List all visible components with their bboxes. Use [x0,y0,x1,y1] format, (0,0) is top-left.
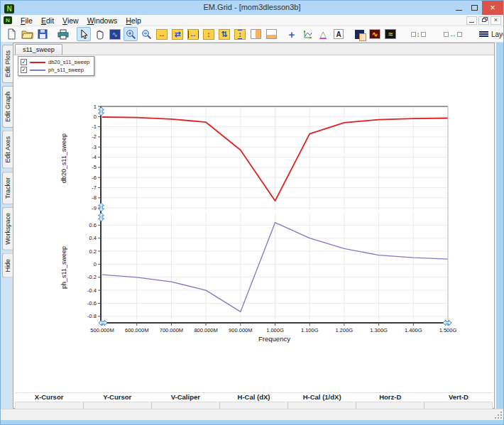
plot-canvas[interactable]: ✓ db20_s11_sweep ✓ ph_s11_sweep 10-1-2-3… [13,55,494,390]
col-v-caliper: V-Caliper [151,393,219,402]
pan-hand-icon[interactable] [92,27,106,41]
layout-icon [479,31,488,37]
mdi-minimize-button[interactable] [466,16,477,25]
new-document-icon[interactable] [4,27,18,41]
svg-text:-0.4: -0.4 [87,287,97,294]
plot-style-dual-icon[interactable]: ≈ [383,27,398,41]
toolbar: ∿ ↔ ⇄ ↔ ↕ ⇅ ↕ + △ A ∿ ≈ ↕ ↔ Layout [1,26,503,43]
svg-text:1.000G: 1.000G [266,327,284,333]
col-y-cursor: Y-Cursor [83,393,151,402]
svg-text:1.200G: 1.200G [336,327,354,333]
copy-image-icon[interactable] [352,27,366,41]
zoom-window-icon[interactable]: ∿ [108,27,122,41]
svg-text:-3: -3 [92,144,97,150]
checkbox-db20[interactable]: ✓ [21,59,27,65]
fit-y-icon[interactable]: ↕ [233,27,247,41]
open-folder-icon[interactable] [20,27,34,41]
svg-text:-6: -6 [92,175,97,181]
shrink-x-icon[interactable]: ⇄ [170,27,185,41]
close-button[interactable]: × [482,1,503,15]
menu-help[interactable]: Help [121,16,146,26]
y-axis-label: db20_s11_sweep [60,133,67,183]
x-axis-label: Frequency [258,335,290,343]
maximize-button[interactable] [466,1,482,15]
expand-x-icon[interactable]: ↔ [155,27,169,41]
svg-text:900.000M: 900.000M [229,327,252,333]
svg-text:-7: -7 [92,184,97,191]
svg-text:1: 1 [94,104,97,110]
sidebar-tab-edit-plots[interactable]: Edit Plots [2,45,13,83]
svg-text:0: 0 [94,114,97,120]
add-text-icon[interactable]: A [332,27,346,41]
svg-text:1.500G: 1.500G [439,327,457,333]
fit-x-icon[interactable]: ↔ [186,27,200,41]
add-marker-icon[interactable]: + [285,27,299,41]
svg-text:0: 0 [94,261,97,267]
svg-text:-9: -9 [92,205,97,211]
svg-text:-2: -2 [92,133,97,140]
window-right-edge [495,43,503,409]
document-logo-icon: N [4,16,12,24]
sidebar: Edit Plots Edit Graph Edit Axes Tracker … [1,43,13,409]
col-vert-d: Vert-D [424,393,493,402]
col-h-cal-1dx: H-Cal (1/dX) [288,393,356,402]
minimize-button[interactable] [451,1,466,15]
svg-text:0.6: 0.6 [89,222,97,228]
shrink-y-icon[interactable]: ⇅ [217,27,231,41]
legend-item-db20: ✓ db20_s11_sweep [21,58,89,66]
menu-windows[interactable]: Windows [83,16,122,26]
tracker-axes-icon[interactable] [300,27,314,41]
line-sample-ph [30,70,45,71]
zoom-out-icon[interactable] [139,27,153,41]
plot-document: s11_sweep ✓ db20_s11_sweep ✓ ph_s11_swee… [13,43,495,409]
svg-text:-5: -5 [92,164,97,170]
resize-grip-icon[interactable] [500,417,501,418]
svg-text:1.300G: 1.300G [370,327,388,333]
mdi-close-button[interactable]: × [491,16,501,25]
equal-horizontal-spacing-icon[interactable]: ↔ [439,27,467,41]
layout-label: Layout [491,31,504,38]
document-tab-strip: s11_sweep [13,43,494,55]
tab-s11-sweep[interactable]: s11_sweep [15,44,62,55]
split-horizontal-icon[interactable] [264,27,278,41]
legend-label-ph: ph_s11_sweep [48,67,84,73]
layout-dropdown[interactable]: Layout ▼ [476,30,504,39]
menu-bar: N File Edit View Windows Help × [1,15,503,26]
sidebar-tab-workspace[interactable]: Workspace [2,207,13,250]
checkbox-ph[interactable]: ✓ [21,67,27,73]
menu-view[interactable]: View [58,16,83,26]
save-icon[interactable] [35,27,50,41]
window-bottom-edge [1,420,503,424]
svg-text:-0.8: -0.8 [87,313,97,319]
mdi-restore-button[interactable] [478,16,489,25]
sidebar-tab-edit-axes[interactable]: Edit Axes [2,131,13,169]
col-x-cursor: X-Cursor [15,393,83,402]
split-vertical-icon[interactable] [248,27,263,41]
svg-text:0.4: 0.4 [89,235,97,241]
print-icon[interactable] [56,27,70,41]
sidebar-tab-hide[interactable]: Hide [2,253,13,278]
plot-style-single-icon[interactable]: ∿ [368,27,382,41]
window-title: EM.Grid - [mom3dlesson3b] [1,3,503,11]
expand-y-icon[interactable]: ↕ [202,27,216,41]
chart[interactable]: 10-1-2-3-4-5-6-7-8-9db20_s11_sweep0.60.4… [13,55,494,389]
y-axis-label: ph_s11_sweep [60,246,67,289]
legend: ✓ db20_s11_sweep ✓ ph_s11_sweep [18,56,94,76]
svg-text:0.2: 0.2 [89,248,97,255]
status-bar [1,409,503,420]
app-window: N EM.Grid - [mom3dlesson3b] × N File Edi… [0,0,504,425]
menu-edit[interactable]: Edit [37,16,58,26]
line-sample-db20 [30,62,45,63]
svg-text:1.100G: 1.100G [301,327,319,333]
equal-vertical-spacing-icon[interactable]: ↕ [404,27,432,41]
legend-label-db20: db20_s11_sweep [48,59,89,65]
zoom-in-icon[interactable] [124,27,138,41]
sidebar-tab-tracker[interactable]: Tracker [2,172,13,204]
sidebar-tab-edit-graph[interactable]: Edit Graph [2,86,13,128]
caliper-triangle-icon[interactable]: △ [316,27,330,41]
svg-text:600.000M: 600.000M [125,327,148,333]
menu-file[interactable]: File [16,16,37,26]
svg-text:700.000M: 700.000M [160,327,183,333]
legend-item-ph: ✓ ph_s11_sweep [21,66,89,74]
select-arrow-icon[interactable] [77,27,91,41]
